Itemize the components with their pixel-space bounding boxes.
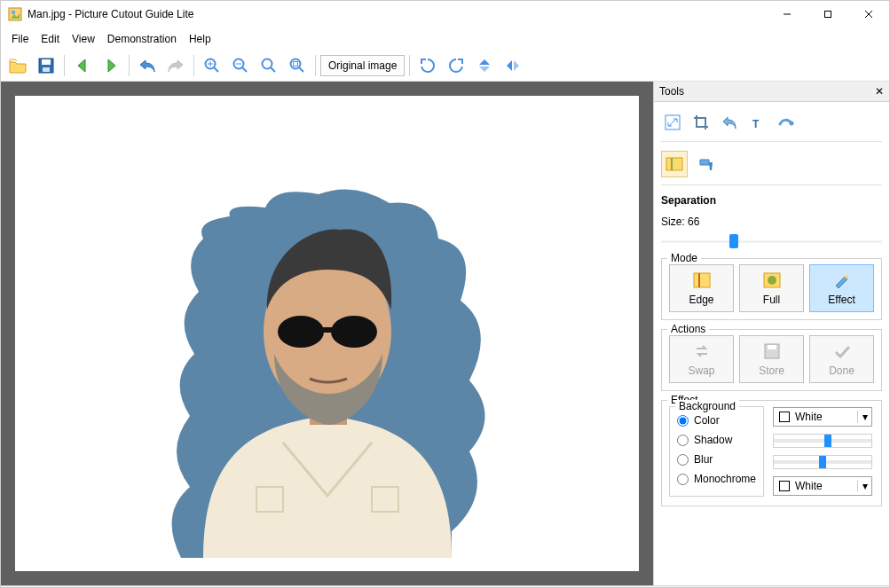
bg-color-label: Color (694, 414, 720, 427)
svg-point-30 (790, 122, 794, 126)
blur-slider[interactable] (773, 455, 872, 469)
bg-blur-radio[interactable]: Blur (677, 450, 756, 469)
titlebar: Man.jpg - Picture Cutout Guide Lite (1, 1, 889, 27)
svg-point-34 (768, 276, 776, 285)
bg-shadow-label: Shadow (694, 434, 732, 446)
bg-shadow-input[interactable] (677, 435, 689, 446)
mode-edge-button[interactable]: Edge (669, 264, 734, 312)
bg-color-input[interactable] (677, 415, 689, 427)
minimize-button[interactable] (767, 1, 807, 27)
color-select[interactable]: White ▾ (773, 407, 872, 427)
swap-button[interactable]: Swap (669, 335, 734, 383)
flip-horizontal-button[interactable] (500, 52, 526, 79)
svg-rect-32 (694, 273, 710, 287)
zoom-in-button[interactable] (199, 52, 225, 79)
zoom-fit-button[interactable] (256, 52, 282, 79)
main-area: Tools ✕ T Separation Size: 66 Mode (1, 82, 889, 585)
bg-mono-input[interactable] (677, 474, 689, 485)
flip-vertical-button[interactable] (471, 52, 498, 79)
mode-legend: Mode (667, 252, 701, 264)
tools-panel-close-icon[interactable]: ✕ (875, 85, 884, 98)
svg-rect-36 (768, 345, 776, 349)
save-button[interactable] (33, 52, 59, 79)
done-button[interactable]: Done (809, 335, 874, 383)
toolbar-separator (193, 55, 194, 76)
shadow-slider[interactable] (773, 434, 872, 448)
mono-select-value: White (795, 480, 857, 492)
crop-tool-icon[interactable] (689, 111, 713, 134)
tools-panel-title: Tools (659, 85, 875, 98)
photo-subject (141, 176, 514, 567)
rotate-cw-button[interactable] (414, 52, 441, 79)
monochrome-select[interactable]: White ▾ (773, 476, 872, 496)
store-label: Store (759, 365, 784, 377)
original-image-button[interactable]: Original image (320, 55, 405, 76)
image-canvas[interactable] (15, 96, 639, 571)
maximize-button[interactable] (807, 1, 848, 27)
prev-button[interactable] (69, 52, 96, 79)
actions-fieldset: Actions Swap Store Done (661, 329, 882, 391)
resize-tool-icon[interactable] (661, 111, 684, 134)
svg-point-26 (331, 316, 377, 348)
zoom-actual-button[interactable] (284, 52, 311, 79)
bg-mono-label: Monochrome (694, 473, 756, 485)
background-legend: Background (675, 400, 739, 412)
menubar: File Edit View Demonstration Help (1, 27, 889, 51)
svg-point-18 (291, 59, 301, 69)
separation-tab[interactable] (661, 151, 688, 177)
toolbar-separator (64, 55, 65, 76)
mode-effect-label: Effect (828, 294, 855, 306)
menu-edit[interactable]: Edit (35, 31, 65, 47)
menu-file[interactable]: File (6, 31, 34, 47)
mode-full-button[interactable]: Full (739, 264, 804, 312)
redo-button[interactable] (162, 52, 189, 79)
bg-blur-input[interactable] (677, 454, 689, 466)
done-label: Done (829, 365, 855, 377)
bg-color-radio[interactable]: Color (677, 411, 756, 430)
undo-button[interactable] (134, 52, 161, 79)
undo-tool-icon[interactable] (718, 111, 741, 134)
menu-view[interactable]: View (67, 31, 100, 47)
svg-line-19 (299, 67, 303, 72)
svg-text:T: T (752, 118, 760, 130)
open-button[interactable] (4, 52, 31, 79)
tools-icon-row: T (661, 107, 882, 142)
next-button[interactable] (98, 52, 124, 79)
mode-fieldset: Mode Edge Full Effect (661, 258, 882, 320)
bg-monochrome-radio[interactable]: Monochrome (677, 469, 756, 489)
menu-demonstration[interactable]: Demonstration (102, 31, 182, 47)
color-select-value: White (795, 411, 857, 423)
bg-blur-label: Blur (694, 453, 713, 466)
svg-rect-27 (320, 327, 335, 333)
store-button[interactable]: Store (739, 335, 804, 383)
tool-tab-strip (661, 147, 882, 185)
size-slider[interactable] (661, 233, 882, 249)
mode-effect-button[interactable]: Effect (809, 264, 874, 312)
svg-point-1 (12, 11, 16, 15)
text-tool-icon[interactable]: T (746, 111, 769, 134)
chevron-down-icon: ▾ (857, 411, 871, 423)
svg-point-25 (278, 316, 324, 348)
tools-panel: Tools ✕ T Separation Size: 66 Mode (653, 82, 889, 585)
toolbar: Original image (1, 51, 889, 82)
close-button[interactable] (848, 1, 889, 27)
zoom-out-button[interactable] (227, 52, 254, 79)
paint-tab[interactable] (693, 151, 720, 177)
svg-point-16 (263, 59, 272, 69)
settings-tool-icon[interactable] (775, 111, 798, 134)
svg-line-10 (214, 67, 218, 72)
tools-panel-header: Tools ✕ (654, 82, 889, 102)
mono-swatch-icon (779, 481, 790, 491)
svg-rect-8 (43, 67, 50, 72)
svg-rect-7 (42, 59, 51, 65)
mode-edge-label: Edge (689, 294, 713, 306)
canvas-wrap (1, 82, 653, 585)
rotate-ccw-button[interactable] (443, 52, 469, 79)
bg-shadow-radio[interactable]: Shadow (677, 430, 756, 450)
svg-rect-20 (294, 62, 298, 67)
toolbar-separator (129, 55, 130, 76)
size-label: Size: 66 (661, 216, 882, 228)
svg-rect-31 (666, 158, 682, 170)
menu-help[interactable]: Help (184, 31, 217, 47)
actions-legend: Actions (667, 323, 709, 335)
